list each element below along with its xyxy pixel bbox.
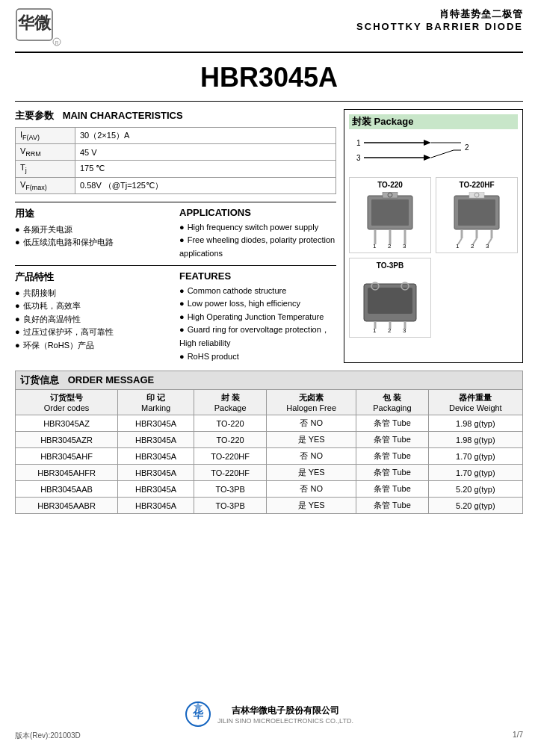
svg-text:2: 2 [388,243,392,248]
svg-text:3: 3 [403,327,406,332]
svg-text:1: 1 [356,139,361,147]
list-item: Free wheeling diodes, polarity protectio… [179,234,336,260]
svg-rect-15 [371,199,409,226]
header: 华微 R 肖特基势垒二极管 SCHOTTKY BARRIER DIODE [15,7,523,53]
svg-text:1: 1 [373,243,377,248]
svg-text:华: 华 [192,708,204,720]
svg-text:3: 3 [486,243,489,248]
list-item: 各频开关电源 [15,223,172,237]
col-halogen: 无卤素Halogen Free [267,390,356,415]
list-item: High frequency switch power supply [179,221,336,235]
pkg-to220hf: TO-220HF 1 [436,177,518,253]
apps-cn-list: 各频开关电源低压续流电路和保护电路 [15,223,172,250]
list-item: 共阴接制 [15,287,172,300]
svg-text:R: R [55,40,58,46]
col-packaging: 包 装Packaging [356,390,428,415]
order-title: 订货信息 ORDER MESSAGE [15,371,523,389]
list-item: 低功耗，高效率 [15,300,172,313]
footer-revision: 版本(Rev):201003D [15,731,81,741]
feat-cn-list: 共阴接制低功耗，高效率良好的高温特性过压过保护环，高可靠性环保（RoHS）产品 [15,287,172,353]
header-en-title: SCHOTTKY BARRIER DIODE [356,21,523,32]
footer-company-en: JILIN SINO MICROELECTRONICS CO.,LTD. [217,717,353,725]
col-marking: 印 记Marking [118,390,194,415]
svg-rect-38 [368,288,412,314]
order-table: 订货型号Order codes 印 记Marking 封 装Package 无卤… [15,389,523,514]
list-item: Common cathode structure [179,285,336,298]
apps-features-section: 用途 各频开关电源低压续流电路和保护电路 APPLICATIONS High f… [15,207,336,261]
characteristics-table: IF(AV)30（2×15）AVRRM45 VTj175 ℃VF(max)0.5… [15,127,336,194]
left-section: 主要参数 MAIN CHARACTERISTICS IF(AV)30（2×15）… [15,109,336,363]
list-item: 良好的高温特性 [15,313,172,326]
svg-text:1: 1 [373,327,377,332]
table-row: HBR3045AZHBR3045ATO-220否 NO条管 Tube1.98 g… [16,415,523,432]
svg-text:1: 1 [456,243,460,248]
footer-company-cn: 吉林华微电子股份有限公司 [217,704,353,717]
package-images: TO-220 1 2 [349,177,518,338]
list-item: Guard ring for overvoltage protection，Hi… [179,323,336,350]
table-row: HBR3045AHFHBR3045ATO-220HF否 NO条管 Tube1.7… [16,448,523,465]
col-package: 封 装Package [194,390,267,415]
footer-page: 1/7 [513,731,523,741]
svg-marker-6 [424,140,431,146]
list-item: High Operating Junction Temperature [179,311,336,324]
main-content: 主要参数 MAIN CHARACTERISTICS IF(AV)30（2×15）… [15,109,523,363]
applications-en: APPLICATIONS High frequency switch power… [179,207,336,261]
table-row: HBR3045AZRHBR3045ATO-220是 YES条管 Tube1.98… [16,432,523,448]
col-order-code: 订货型号Order codes [16,390,118,415]
list-item: 环保（RoHS）产品 [15,339,172,353]
company-logo: 华微 R [15,7,64,49]
pkg-to220: TO-220 1 2 [349,177,431,253]
table-row: HBR3045AABRHBR3045ATO-3PB是 YES条管 Tube5.2… [16,498,523,514]
svg-text:华微: 华微 [17,13,52,32]
features-section: 产品特性 共阴接制低功耗，高效率良好的高温特性过压过保护环，高可靠性环保（RoH… [15,270,336,364]
apps-en-list: High frequency switch power supplyFree w… [179,221,336,261]
features-en: FEATURES Common cathode structureLow pow… [179,270,336,364]
svg-text:2: 2 [388,327,392,332]
svg-marker-9 [424,155,431,161]
svg-text:2: 2 [471,243,474,248]
pin-diagram: 1 3 2 [349,134,518,171]
part-number: HBR3045A [15,58,523,102]
order-section: 订货信息 ORDER MESSAGE 订货型号Order codes 印 记Ma… [15,371,523,514]
char-section-title: 主要参数 MAIN CHARACTERISTICS [15,109,336,123]
svg-line-12 [431,150,454,158]
pkg-to3pb: TO-3PB 1 2 3 [349,258,431,338]
footer-bottom: 版本(Rev):201003D 1/7 [15,731,523,741]
list-item: 低压续流电路和保护电路 [15,236,172,250]
list-item: RoHS product [179,350,336,364]
svg-text:2: 2 [465,143,469,152]
footer-logo-area: 华 吉林华微电子股份有限公司 JILIN SINO MICROELECTRONI… [15,701,523,728]
header-right: 肖特基势垒二极管 SCHOTTKY BARRIER DIODE [356,7,523,32]
table-row: HBR3045AABHBR3045ATO-3PB否 NO条管 Tube5.20 … [16,481,523,498]
col-weight: 器件重量Device Weight [428,390,522,415]
features-cn: 产品特性 共阴接制低功耗，高效率良好的高温特性过压过保护环，高可靠性环保（RoH… [15,270,172,364]
svg-rect-25 [458,199,495,226]
svg-text:3: 3 [356,154,361,162]
footer: 华 吉林华微电子股份有限公司 JILIN SINO MICROELECTRONI… [15,701,523,741]
applications-cn: 用途 各频开关电源低压续流电路和保护电路 [15,207,172,261]
table-row: HBR3045AHFRHBR3045ATO-220HF是 YES条管 Tube1… [16,465,523,481]
header-cn-title: 肖特基势垒二极管 [356,7,523,21]
list-item: 过压过保护环，高可靠性 [15,326,172,339]
package-title: 封装 Package [349,114,518,129]
package-section: 封装 Package 1 3 2 [344,109,523,363]
feat-en-list: Common cathode structureLow power loss, … [179,285,336,364]
list-item: Low power loss, high efficiency [179,297,336,311]
svg-text:3: 3 [403,243,406,248]
